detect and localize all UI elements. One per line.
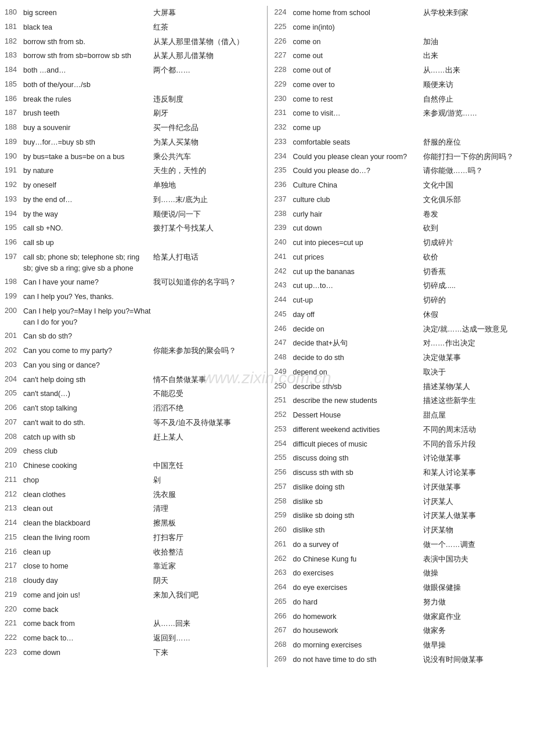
entry-english: come in(into) [293, 22, 423, 33]
entry-chinese: 取决于 [423, 367, 529, 378]
table-row: 227come out出来 [275, 49, 530, 63]
entry-number: 217 [5, 561, 23, 570]
entry-number: 205 [5, 388, 23, 397]
entry-chinese: 拨打某个号找某人 [153, 223, 259, 234]
entry-english: borrow sth from sb. [23, 37, 153, 48]
entry-english: Can sb do sth? [23, 331, 153, 342]
entry-chinese: 和某人讨论某事 [423, 467, 529, 478]
entry-chinese: 出来 [423, 51, 529, 62]
entry-chinese: 从某人那里借某物（借入） [153, 37, 259, 48]
entry-number: 201 [5, 331, 23, 340]
entry-english: by the way [23, 209, 153, 220]
entry-number: 269 [275, 654, 293, 663]
table-row: 253different weekend activities不同的周末活动 [275, 423, 530, 437]
entry-english: buy…for…=buy sb sth [23, 137, 153, 148]
entry-number: 181 [5, 22, 23, 31]
table-row: 233comfortable seats舒服的座位 [275, 135, 530, 150]
entry-english: by the end of… [23, 195, 153, 206]
table-row: 260dislike sth讨厌某物 [275, 523, 530, 538]
entry-chinese: 阴天 [153, 575, 259, 586]
entry-number: 216 [5, 547, 23, 556]
table-row: 236Culture China文化中国 [275, 178, 530, 193]
entry-english: come out of [293, 65, 423, 76]
entry-number: 232 [275, 123, 293, 131]
entry-chinese: 到……末/底为止 [153, 195, 259, 206]
table-row: 210Chinese cooking中国烹饪 [5, 459, 260, 473]
entry-number: 251 [275, 395, 293, 404]
entry-english: call sb; phone sb; telephone sb; ring sb… [23, 252, 153, 274]
entry-chinese: 洗衣服 [153, 489, 259, 501]
entry-chinese: 做眼保健操 [423, 582, 529, 593]
table-row: 206can't stop talking滔滔不绝 [5, 401, 260, 416]
table-row: 257dislike doing sth讨厌做某事 [275, 480, 530, 495]
entry-english: clean the living room [23, 532, 153, 543]
entry-english: Can I have your name? [23, 277, 153, 288]
entry-number: 197 [5, 252, 23, 261]
entry-number: 258 [275, 496, 293, 505]
entry-english: can't stop talking [23, 403, 153, 414]
entry-chinese: 做操 [423, 568, 529, 579]
entry-number: 218 [5, 575, 23, 584]
table-row: 232come up [275, 121, 530, 135]
table-row: 238curly hair卷发 [275, 207, 530, 222]
entry-english: both of the/your…/sb [23, 80, 153, 91]
table-row: 199can I help you? Yes, thanks. [5, 290, 260, 304]
table-row: 198Can I have your name?我可以知道你的名字吗？ [5, 275, 260, 290]
entry-english: black tea [23, 22, 153, 33]
table-row: 203Can you sing or dance? [5, 358, 260, 373]
table-row: 248decide to do sth决定做某事 [275, 351, 530, 365]
entry-number: 259 [275, 510, 293, 519]
entry-number: 230 [275, 94, 293, 103]
entry-english: discuss doing sth [293, 453, 423, 464]
entry-english: brush teeth [23, 108, 153, 119]
entry-number: 247 [275, 338, 293, 347]
table-row: 224come home from school从学校来到家 [275, 6, 530, 20]
entry-english: come back to… [23, 633, 153, 644]
entry-number: 208 [5, 432, 23, 441]
entry-chinese: 切碎的 [423, 295, 529, 306]
entry-english: come back [23, 604, 153, 615]
entry-number: 203 [5, 360, 23, 369]
entry-english: Culture China [293, 180, 423, 191]
entry-number: 223 [5, 647, 23, 656]
entry-number: 183 [5, 51, 23, 59]
entry-english: cut up the bananas [293, 267, 423, 278]
entry-chinese: 休假 [423, 309, 529, 321]
entry-chinese: 情不自禁做某事 [153, 375, 259, 386]
entry-number: 242 [275, 267, 293, 275]
entry-english: day off [293, 309, 423, 321]
table-row: 269do not have time to do sth说没有时间做某事 [275, 653, 530, 667]
entry-chinese: 切碎成..... [423, 280, 529, 291]
entry-number: 256 [275, 467, 293, 476]
entry-number: 210 [5, 460, 23, 469]
table-row: 268do morning exercises做早操 [275, 638, 530, 653]
table-row: 191by nature天生的，天性的 [5, 164, 260, 178]
entry-number: 196 [5, 237, 23, 246]
entry-chinese: 为某人买某物 [153, 137, 259, 148]
table-row: 217close to home靠近家 [5, 559, 260, 574]
entry-chinese: 你能来参加我的聚会吗？ [153, 345, 259, 357]
entry-number: 229 [275, 80, 293, 88]
entry-number: 263 [275, 568, 293, 577]
entry-number: 255 [275, 453, 293, 462]
entry-chinese: 等不及/迫不及待做某事 [153, 417, 259, 429]
table-row: 190by bus=take a bus=be on a bus乘公共汽车 [5, 150, 260, 164]
entry-chinese: 从……出来 [423, 65, 529, 76]
entry-number: 193 [5, 195, 23, 203]
entry-number: 267 [275, 625, 293, 634]
entry-english: Chinese cooking [23, 460, 153, 471]
entry-chinese: 描述某物/某人 [423, 381, 529, 393]
entry-english: clean the blackboard [23, 518, 153, 529]
entry-number: 200 [5, 306, 23, 315]
entry-english: Could you please clean your room? [293, 152, 423, 163]
entry-number: 245 [275, 309, 293, 318]
entry-number: 250 [275, 381, 293, 390]
table-row: 252Dessert House甜点屋 [275, 408, 530, 423]
entry-chinese: 擦黑板 [153, 518, 259, 529]
table-row: 259dislike sb doing sth讨厌某人做某事 [275, 509, 530, 523]
entry-english: Can you come to my party? [23, 345, 153, 357]
entry-english: call sb +NO. [23, 223, 153, 234]
entry-chinese: 决定做某事 [423, 352, 529, 363]
entry-chinese: 给某人打电话 [153, 252, 259, 263]
table-row: 263do exercises做操 [275, 566, 530, 581]
